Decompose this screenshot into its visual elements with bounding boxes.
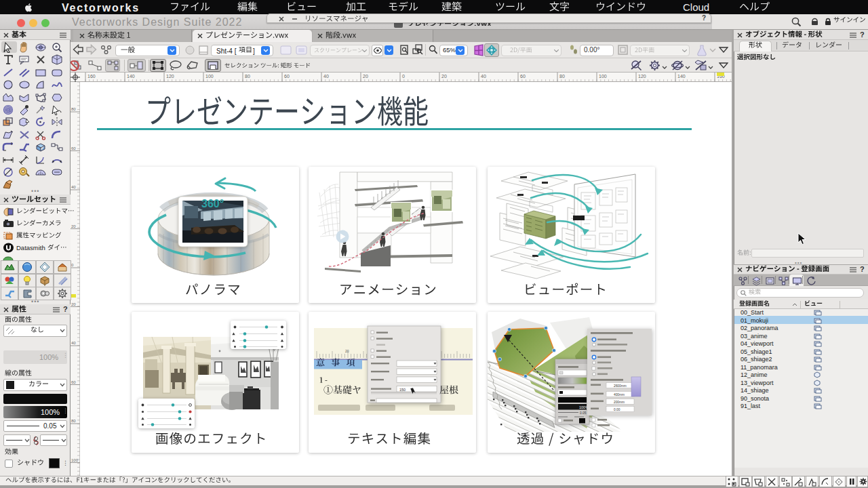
svg-text:0.05: 0.05 bbox=[580, 411, 587, 415]
svg-text:400mm: 400mm bbox=[614, 393, 625, 396]
svg-text:80: 80 bbox=[559, 74, 565, 79]
svg-text:40: 40 bbox=[323, 74, 329, 79]
svg-text:20: 20 bbox=[71, 224, 76, 228]
svg-text:80: 80 bbox=[71, 419, 76, 423]
svg-text:40: 40 bbox=[481, 74, 486, 79]
svg-text:100: 100 bbox=[71, 458, 79, 462]
svg-text:0: 0 bbox=[71, 263, 74, 267]
svg-text:360°: 360° bbox=[201, 198, 224, 209]
svg-text:140: 140 bbox=[677, 74, 686, 79]
svg-text:150: 150 bbox=[399, 388, 406, 392]
svg-text:120: 120 bbox=[638, 74, 646, 79]
svg-text:20: 20 bbox=[345, 349, 349, 353]
svg-text:140: 140 bbox=[127, 74, 135, 79]
svg-text:160: 160 bbox=[87, 74, 96, 79]
svg-text:40: 40 bbox=[71, 341, 76, 345]
svg-text:80: 80 bbox=[71, 107, 76, 111]
svg-text:0: 0 bbox=[402, 74, 405, 79]
svg-text:40: 40 bbox=[71, 185, 76, 189]
svg-text:200mm: 200mm bbox=[614, 401, 625, 404]
svg-text:80: 80 bbox=[245, 74, 250, 79]
svg-text:2600mm: 2600mm bbox=[614, 384, 627, 388]
svg-text:60: 60 bbox=[71, 380, 76, 384]
svg-text:0.00: 0.00 bbox=[614, 408, 620, 411]
svg-text:60: 60 bbox=[71, 146, 76, 150]
svg-text:20: 20 bbox=[71, 302, 76, 306]
svg-text:120: 120 bbox=[166, 74, 174, 79]
svg-text:20: 20 bbox=[441, 74, 447, 79]
svg-text:100: 100 bbox=[599, 74, 607, 79]
svg-text:60: 60 bbox=[520, 74, 526, 79]
svg-text:20: 20 bbox=[363, 74, 368, 79]
svg-text:100: 100 bbox=[205, 74, 214, 79]
svg-text:60: 60 bbox=[284, 74, 290, 79]
